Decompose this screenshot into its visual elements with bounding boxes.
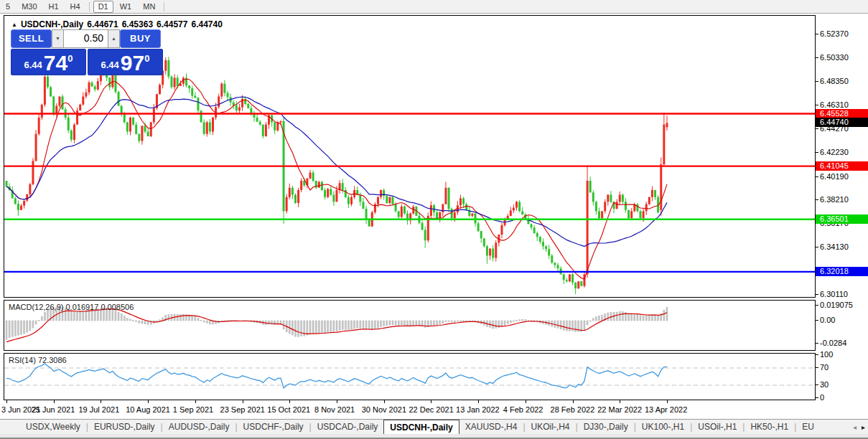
date-tick-mark bbox=[6, 400, 7, 403]
rsi-axis-label: 100 bbox=[820, 350, 833, 359]
timeframe-toolbar: 5M30H1H4D1W1MN bbox=[0, 0, 868, 14]
chart-tab-usdcnh-daily[interactable]: USDCNH-,Daily bbox=[383, 420, 459, 434]
axis-tick-mark bbox=[816, 199, 818, 200]
date-axis-label: 1 Sep 2021 bbox=[173, 405, 213, 414]
date-axis-label: 22 Dec 2021 bbox=[409, 405, 453, 414]
axis-tick-mark bbox=[816, 294, 818, 295]
volume-decrease-button[interactable]: ▼ bbox=[52, 29, 64, 48]
date-tick-mark bbox=[148, 400, 149, 403]
rsi-axis-label: 30 bbox=[820, 380, 829, 389]
chart-tabs-bar: USDX,Weekly|EURUSD-,Daily|AUDUSD-,Daily|… bbox=[0, 419, 868, 434]
macd-axis-label: -0.0284 bbox=[820, 339, 846, 347]
chart-tab-ukoil-h4[interactable]: UKOil-,H4 bbox=[526, 420, 576, 434]
sell-price-button[interactable]: 6.44 74 0 bbox=[11, 49, 86, 75]
timeframe-button-w1[interactable]: W1 bbox=[115, 1, 137, 13]
window-bottom-edge bbox=[0, 434, 868, 439]
axis-tick-mark bbox=[816, 176, 818, 177]
toolbar-separator bbox=[89, 2, 90, 11]
date-tick-mark bbox=[573, 400, 574, 403]
date-tick-mark bbox=[667, 400, 668, 403]
date-tick-mark bbox=[620, 400, 620, 403]
axis-tick-mark bbox=[816, 152, 818, 153]
date-tick-mark bbox=[243, 400, 243, 403]
chart-tab-hk50-h1[interactable]: HK50-,H1 bbox=[745, 420, 794, 434]
axis-tick-mark bbox=[816, 34, 818, 34]
ohlc-open-value: 6.44671 bbox=[87, 19, 118, 29]
axis-tick-mark bbox=[816, 247, 818, 247]
timeframe-button-m30[interactable]: M30 bbox=[17, 1, 42, 13]
timeframe-button-h4[interactable]: H4 bbox=[65, 1, 85, 13]
date-axis-label: 25 Jun 2021 bbox=[32, 405, 75, 414]
chart-tab-audusd-daily[interactable]: AUDUSD-,Daily bbox=[163, 420, 235, 434]
date-tick-mark bbox=[101, 400, 101, 403]
axis-tick-mark bbox=[816, 343, 818, 344]
timeframe-button-d1[interactable]: D1 bbox=[93, 1, 113, 13]
chart-symbol-label: USDCNH-,Daily bbox=[21, 19, 83, 29]
axis-tick-mark bbox=[816, 354, 818, 355]
chart-tab-usdcad-daily[interactable]: USDCAD-,Daily bbox=[312, 420, 384, 434]
rsi-label: RSI(14) 72.3086 bbox=[9, 356, 67, 364]
chart-tab-usoil-h1[interactable]: USOil-,H1 bbox=[692, 420, 742, 434]
one-click-trading-panel: SELL ▼ 0.50 ▲ BUY 6.44 74 0 6.44 97 0 bbox=[11, 29, 164, 75]
toolbar-separator bbox=[164, 2, 164, 11]
price-level-chip: 6.32018 bbox=[816, 267, 868, 276]
ma-slow-line bbox=[6, 97, 667, 247]
chart-tab-uk100-h1[interactable]: UK100-,H1 bbox=[636, 420, 690, 434]
chart-tab-usdchf-daily[interactable]: USDCHF-,Daily bbox=[238, 420, 309, 434]
timeframe-button-mn[interactable]: MN bbox=[138, 1, 160, 13]
price-axis-label: 6.50330 bbox=[820, 53, 849, 62]
chart-tab-dj30-daily[interactable]: DJ30-,Daily bbox=[578, 420, 634, 434]
buy-button[interactable]: BUY bbox=[120, 29, 161, 48]
date-axis-label: 30 Nov 2021 bbox=[362, 405, 406, 414]
rsi-panel[interactable]: RSI(14) 72.3086 bbox=[4, 353, 816, 400]
date-axis-label: 23 Sep 2021 bbox=[220, 405, 265, 414]
date-tick-mark bbox=[337, 400, 337, 403]
price-axis-label: 6.48350 bbox=[820, 77, 849, 85]
date-tick-mark bbox=[431, 400, 431, 403]
price-axis-label: 6.46310 bbox=[820, 100, 849, 109]
axis-tick-mark bbox=[816, 128, 818, 129]
axis-tick-mark bbox=[816, 384, 818, 385]
sell-button[interactable]: SELL bbox=[11, 29, 52, 48]
price-axis-label: 6.52370 bbox=[820, 29, 849, 38]
date-axis: 3 Jun 202125 Jun 202119 Jul 202110 Aug 2… bbox=[0, 400, 868, 419]
buy-price-button[interactable]: 6.44 97 0 bbox=[88, 49, 163, 75]
timeframe-button-5[interactable]: 5 bbox=[1, 1, 15, 13]
price-level-chip: 6.36501 bbox=[816, 214, 868, 224]
date-axis-label: 22 Mar 2022 bbox=[597, 405, 642, 414]
price-axis-label: 6.34130 bbox=[820, 242, 849, 251]
tab-scroll-buttons: ◂▸ bbox=[853, 420, 868, 434]
macd-panel[interactable]: MACD(12,26,9) 0.016917 0.008506 bbox=[4, 300, 816, 351]
buy-price-main: 6.44 bbox=[101, 59, 119, 72]
candlesticks bbox=[6, 57, 668, 294]
date-tick-mark bbox=[195, 400, 196, 403]
date-axis-label: 10 Aug 2021 bbox=[126, 405, 170, 414]
collapse-panel-icon[interactable]: ▲ bbox=[11, 22, 17, 28]
price-level-chip: 6.44740 bbox=[816, 118, 868, 127]
price-axis-label: 6.30110 bbox=[820, 290, 848, 298]
date-axis-label: 15 Oct 2021 bbox=[267, 405, 310, 414]
volume-input[interactable]: 0.50 bbox=[64, 29, 108, 48]
main-chart-panel[interactable]: ▲ USDCNH-,Daily 6.44671 6.45363 6.44577 … bbox=[4, 15, 816, 298]
chart-tab-eurusd-daily[interactable]: EURUSD-,Daily bbox=[88, 420, 161, 434]
price-level-chip: 6.45528 bbox=[816, 109, 868, 118]
chart-tab-xauusd-h4[interactable]: XAUUSD-,H4 bbox=[459, 420, 523, 434]
sell-price-big-digits: 74 bbox=[44, 54, 67, 72]
chart-tab-eu[interactable]: EU bbox=[796, 420, 820, 434]
macd-histogram bbox=[6, 307, 668, 340]
rsi-canvas[interactable] bbox=[4, 354, 815, 400]
sell-price-pip-digit: 0 bbox=[67, 54, 73, 63]
price-axis-label: 6.42230 bbox=[820, 148, 849, 156]
axis-tick-mark bbox=[816, 305, 818, 306]
volume-increase-button[interactable]: ▲ bbox=[108, 29, 120, 48]
chart-tab-usdx-weekly[interactable]: USDX,Weekly bbox=[20, 420, 86, 434]
timeframe-button-h1[interactable]: H1 bbox=[44, 1, 64, 13]
buy-price-pip-digit: 0 bbox=[144, 54, 149, 63]
macd-axis-label: 0.019075 bbox=[820, 301, 853, 309]
date-axis-label: 8 Nov 2021 bbox=[314, 405, 355, 414]
price-axis-label: 6.38210 bbox=[820, 195, 849, 204]
chart-title: ▲ USDCNH-,Daily 6.44671 6.45363 6.44577 … bbox=[11, 19, 226, 29]
tab-scroll-left-icon[interactable]: ◂ bbox=[853, 423, 857, 431]
date-axis-label: 4 Feb 2022 bbox=[503, 405, 543, 414]
tab-scroll-right-icon[interactable]: ▸ bbox=[862, 423, 865, 431]
